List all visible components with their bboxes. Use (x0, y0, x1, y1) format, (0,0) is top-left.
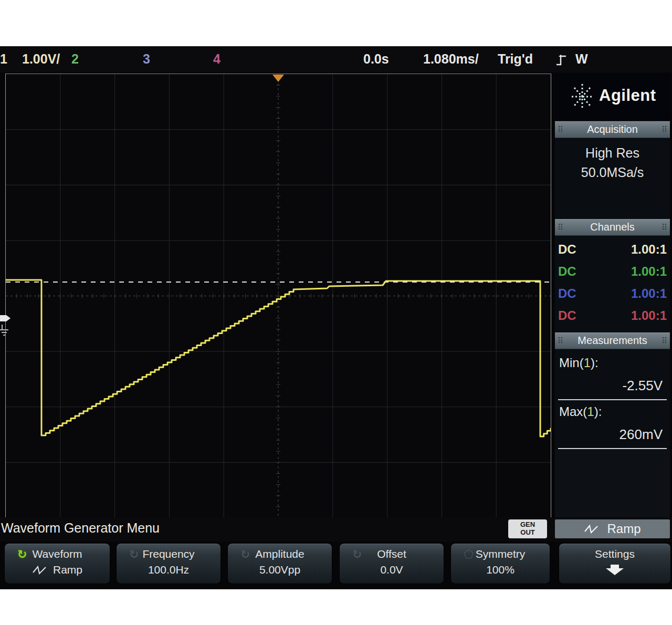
wave-type-label: Ramp (607, 522, 640, 536)
network-indicator: W (575, 51, 588, 67)
ramp-wave-icon (584, 524, 602, 534)
gen-out-line1: GEN (508, 520, 547, 528)
min-channel: 1 (584, 356, 591, 370)
softkey-waveform[interactable]: ↻Waveform Ramp (4, 543, 110, 584)
softkey-amplitude-value: 5.00Vpp (259, 564, 300, 576)
max-prefix: Max( (559, 404, 587, 419)
channel-3-coupling: DC (558, 283, 576, 305)
softkey-amplitude[interactable]: ↻Amplitude 5.00Vpp (227, 543, 332, 584)
trigger-status: Trig'd (498, 51, 533, 67)
knob-icon: ↻ (129, 548, 139, 561)
grip-icon: ⠿ (558, 335, 563, 347)
knob-icon: ↻ (240, 548, 250, 561)
softkey-waveform-label: Waveform (33, 548, 82, 560)
softkey-frequency[interactable]: ↻Frequency 100.0Hz (116, 543, 221, 584)
softkey-settings[interactable]: Settings (559, 543, 671, 584)
softkey-frequency-label: Frequency (142, 548, 194, 560)
waveform-display (5, 74, 551, 518)
gen-out-line2: OUT (508, 528, 547, 536)
grip-icon: ⠿ (662, 124, 667, 136)
waveform-svg (6, 74, 551, 518)
channel-3-number[interactable]: 3 (143, 51, 150, 67)
measurement-max-value: 260mV (557, 419, 668, 448)
measurement-max-label: Max(1): (557, 400, 668, 419)
sidebar: Agilent ⠿ Acquisition ⠿ High Res 50.0MSa… (555, 74, 670, 517)
measurement-min-label: Min(1): (557, 351, 668, 370)
channels-panel: DC 1.00:1 DC 1.00:1 DC 1.00:1 DC 1.00:1 (555, 236, 670, 332)
channel-2-probe-ratio: 1.00:1 (631, 261, 667, 283)
knob-select-icon: ↻ (17, 548, 27, 561)
softkey-symmetry-label: Symmetry (476, 548, 526, 560)
wave-type-indicator: Ramp (555, 519, 670, 538)
grip-icon: ⠿ (662, 335, 667, 347)
scope-screen: 1 1.00V/ 2 3 4 0.0s 1.080ms/ Trig'd W (0, 46, 672, 589)
acquisition-mode: High Res (555, 145, 670, 161)
channel-2-number[interactable]: 2 (71, 51, 79, 67)
grip-icon: ⠿ (558, 222, 563, 233)
acquisition-title: Acquisition (587, 123, 638, 135)
acquisition-header[interactable]: ⠿ Acquisition ⠿ (555, 121, 670, 138)
softkey-offset[interactable]: ↻Offset 0.0V (339, 543, 444, 584)
max-suffix: ): (594, 404, 602, 419)
channel-1-scale[interactable]: 1.00V/ (22, 51, 60, 67)
channel-1-probe-ratio: 1.00:1 (631, 239, 667, 261)
max-channel: 1 (587, 404, 594, 419)
channel-1-ground-marker[interactable] (0, 309, 14, 346)
channel-3-probe-ratio: 1.00:1 (631, 283, 667, 305)
status-bar: 1 1.00V/ 2 3 4 0.0s 1.080ms/ Trig'd W (0, 46, 672, 72)
channel-4-number[interactable]: 4 (213, 51, 220, 67)
ramp-wave-icon (32, 565, 49, 575)
brand-panel: Agilent (555, 74, 670, 121)
measurements-header[interactable]: ⠿ Measurements ⠿ (555, 332, 670, 349)
channel-1-coupling: DC (558, 239, 576, 261)
horizontal-position[interactable]: 0.0s (363, 51, 389, 67)
channels-header[interactable]: ⠿ Channels ⠿ (555, 219, 670, 236)
channel-4-probe-ratio: 1.00:1 (631, 305, 667, 327)
softkey-settings-label: Settings (595, 548, 635, 560)
brand-name: Agilent (599, 86, 656, 105)
gen-out-button[interactable]: GEN OUT (508, 519, 547, 538)
softkey-frequency-value: 100.0Hz (148, 564, 189, 576)
divider (558, 448, 667, 449)
softkey-waveform-value: Ramp (53, 564, 82, 576)
knob-pentagon-icon: ⬠ (464, 548, 474, 561)
grip-icon: ⠿ (558, 124, 563, 136)
softkey-offset-value: 0.0V (380, 564, 403, 576)
grip-icon: ⠿ (662, 222, 667, 233)
channel-4-row[interactable]: DC 1.00:1 (558, 305, 667, 327)
softkey-offset-label: Offset (377, 548, 406, 560)
channel-1-number[interactable]: 1 (0, 51, 7, 67)
acquisition-panel: High Res 50.0MSa/s (555, 138, 670, 219)
channel-4-coupling: DC (558, 305, 576, 327)
softkey-amplitude-label: Amplitude (255, 548, 304, 560)
channel-3-row[interactable]: DC 1.00:1 (558, 283, 667, 305)
channel-2-coupling: DC (558, 261, 576, 283)
min-prefix: Min( (559, 356, 584, 370)
min-suffix: ): (591, 356, 598, 370)
down-arrow-icon (604, 564, 626, 576)
knob-icon: ↻ (352, 548, 362, 561)
generator-menu-bar: Waveform Generator Menu GEN OUT Ramp (0, 517, 672, 541)
channels-title: Channels (590, 221, 635, 233)
channel-1-row[interactable]: DC 1.00:1 (558, 239, 667, 261)
horizontal-scale[interactable]: 1.080ms/ (423, 51, 479, 67)
softkey-menu: ↻Waveform Ramp ↻Frequency 100.0Hz ↻Ampli… (0, 542, 672, 589)
measurements-panel: Min(1): -2.55V Max(1): 260mV (555, 349, 670, 449)
measurements-title: Measurements (578, 335, 647, 346)
oscilloscope-screenshot: 1 1.00V/ 2 3 4 0.0s 1.080ms/ Trig'd W (0, 0, 672, 625)
menu-title: Waveform Generator Menu (1, 520, 160, 536)
sample-rate: 50.0MSa/s (555, 165, 670, 180)
softkey-symmetry[interactable]: ⬠Symmetry 100% (450, 543, 550, 584)
agilent-starburst-icon (570, 82, 595, 111)
channel-2-row[interactable]: DC 1.00:1 (558, 261, 667, 283)
softkey-symmetry-value: 100% (486, 564, 514, 576)
trigger-slope-icon (555, 53, 568, 66)
measurement-min-value: -2.55V (557, 370, 668, 399)
